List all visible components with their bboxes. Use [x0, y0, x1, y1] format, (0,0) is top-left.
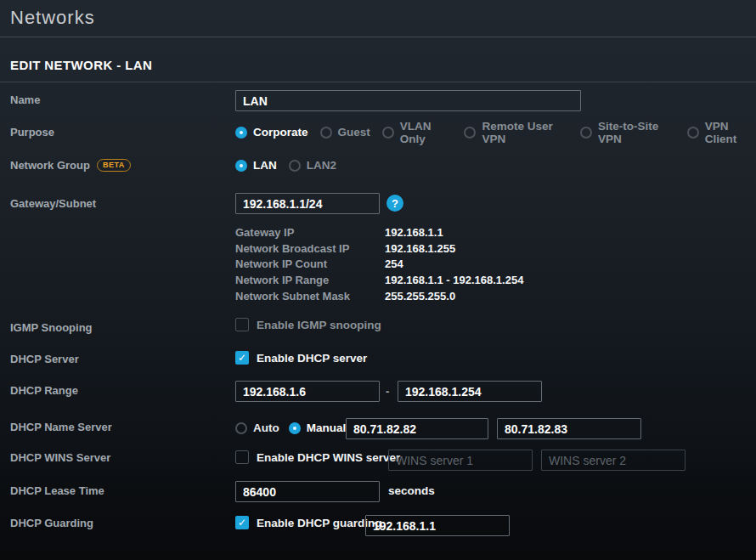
lease-time-unit: seconds [388, 484, 435, 497]
info-value: 255.255.255.0 [385, 290, 455, 303]
radio-auto-label: Auto [253, 421, 279, 434]
dhcp-name-server-label: DHCP Name Server [10, 421, 112, 433]
radio-remote-user-vpn-label: Remote User VPN [482, 120, 568, 145]
header-divider [0, 37, 756, 37]
dhcp-server-checkbox-row: ✓ Enable DHCP server [235, 351, 367, 365]
radio-manual[interactable]: Manual [289, 421, 347, 434]
info-label: Network IP Count [235, 257, 385, 270]
radio-vlan-only-label: VLAN Only [400, 120, 453, 145]
edit-network-page: Networks EDIT NETWORK - LAN Name Purpose… [0, 0, 756, 560]
dhcp-wins-server-label: DHCP WINS Server [10, 451, 110, 464]
radio-unselected-icon [289, 160, 301, 172]
radio-lan[interactable]: LAN [235, 159, 277, 172]
radio-manual-label: Manual [307, 421, 347, 434]
dhcp-guarding-label: DHCP Guarding [10, 517, 93, 529]
dhcp-range-start-input[interactable] [235, 381, 380, 402]
igmp-checkbox-row: Enable IGMP snooping [235, 318, 381, 331]
radio-lan-label: LAN [253, 159, 277, 172]
radio-unselected-icon [687, 127, 699, 139]
info-label: Network IP Range [235, 274, 385, 286]
checkmark-icon: ✓ [238, 518, 246, 528]
wins-checkbox-label: Enable DHCP WINS server [257, 451, 400, 464]
table-row: Network Broadcast IP 192.168.1.255 [235, 240, 523, 257]
radio-unselected-icon [320, 127, 332, 139]
range-separator: - [386, 385, 389, 398]
dhcp-guarding-checkbox-label: Enable DHCP guarding [257, 517, 382, 529]
dhcp-guarding-checkbox-row: ✓ Enable DHCP guarding [235, 516, 382, 529]
radio-guest[interactable]: Guest [320, 126, 370, 139]
radio-selected-icon [289, 422, 301, 434]
radio-vpn-client-label: VPN Client [705, 120, 756, 145]
igmp-checkbox[interactable] [235, 318, 249, 331]
info-label: Gateway IP [235, 226, 385, 239]
gateway-subnet-input[interactable] [235, 193, 380, 214]
radio-vpn-client[interactable]: VPN Client [687, 120, 756, 145]
radio-corporate[interactable]: Corporate [235, 126, 308, 139]
info-value: 192.168.1.1 [385, 226, 443, 239]
network-group-label: Network Group BETA [10, 159, 131, 172]
checkmark-icon: ✓ [238, 353, 246, 363]
radio-unselected-icon [464, 127, 476, 139]
info-value: 254 [385, 257, 403, 270]
radio-unselected-icon [235, 422, 247, 434]
info-label: Network Broadcast IP [235, 242, 385, 255]
wins-checkbox-row: Enable DHCP WINS server [235, 450, 400, 464]
radio-unselected-icon [580, 127, 592, 139]
subnet-info-table: Gateway IP 192.168.1.1 Network Broadcast… [235, 224, 523, 303]
gateway-subnet-label: Gateway/Subnet [10, 197, 96, 210]
question-mark-icon: ? [392, 197, 398, 210]
info-label: Network Subnet Mask [235, 290, 385, 303]
table-row: Gateway IP 192.168.1.1 [235, 224, 523, 240]
igmp-snooping-label: IGMP Snooping [10, 321, 93, 334]
dhcp-guarding-checkbox[interactable]: ✓ [235, 516, 249, 529]
purpose-label: Purpose [10, 126, 54, 139]
section-divider [0, 82, 756, 82]
dhcp-server-label: DHCP Server [10, 353, 79, 365]
dhcp-server-checkbox-label: Enable DHCP server [257, 352, 367, 365]
beta-badge: BETA [97, 159, 131, 172]
wins-server-1-input[interactable] [388, 450, 533, 471]
radio-remote-user-vpn[interactable]: Remote User VPN [464, 120, 568, 145]
radio-site-to-site-vpn[interactable]: Site-to-Site VPN [580, 120, 675, 145]
dhcp-name-server-radio-group: Auto Manual [235, 421, 346, 434]
dhcp-server-checkbox[interactable]: ✓ [235, 351, 249, 365]
network-group-label-text: Network Group [10, 159, 90, 172]
dhcp-range-end-input[interactable] [398, 381, 542, 402]
name-label: Name [10, 93, 40, 106]
table-row: Network IP Range 192.168.1.1 - 192.168.1… [235, 272, 523, 288]
radio-selected-icon [235, 160, 247, 172]
name-input[interactable] [235, 90, 581, 111]
page-title: Networks [10, 7, 95, 29]
network-group-radio-group: LAN LAN2 [235, 159, 336, 172]
section-title: EDIT NETWORK - LAN [10, 58, 152, 72]
radio-corporate-label: Corporate [253, 126, 308, 139]
dhcp-lease-time-label: DHCP Lease Time [10, 484, 104, 497]
radio-auto[interactable]: Auto [235, 421, 279, 434]
dns-server-1-input[interactable] [346, 418, 488, 439]
radio-selected-icon [235, 127, 247, 139]
dhcp-range-label: DHCP Range [10, 384, 78, 397]
wins-checkbox[interactable] [235, 450, 249, 464]
help-icon[interactable]: ? [386, 195, 403, 212]
radio-vlan-only[interactable]: VLAN Only [382, 120, 453, 145]
purpose-radio-group: Corporate Guest VLAN Only Remote User VP… [235, 126, 756, 139]
table-row: Network Subnet Mask 255.255.255.0 [235, 288, 523, 304]
info-value: 192.168.1.1 - 192.168.1.254 [385, 274, 523, 286]
wins-server-2-input[interactable] [541, 450, 685, 471]
radio-site-to-site-vpn-label: Site-to-Site VPN [598, 120, 675, 145]
radio-lan2[interactable]: LAN2 [289, 159, 336, 172]
info-value: 192.168.1.255 [385, 242, 455, 255]
radio-lan2-label: LAN2 [307, 159, 336, 172]
radio-unselected-icon [382, 127, 394, 139]
radio-guest-label: Guest [338, 126, 370, 139]
dhcp-lease-time-input[interactable] [235, 481, 380, 502]
table-row: Network IP Count 254 [235, 256, 523, 272]
dns-server-2-input[interactable] [497, 418, 641, 439]
igmp-checkbox-label: Enable IGMP snooping [257, 319, 381, 331]
dhcp-guarding-ip-input[interactable] [365, 515, 510, 536]
